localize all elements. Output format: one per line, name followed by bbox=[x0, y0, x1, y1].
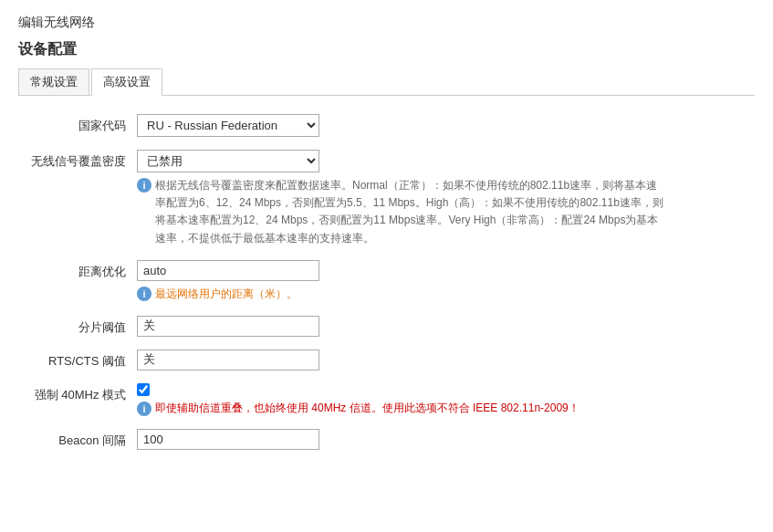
rts-row: RTS/CTS 阈值 bbox=[18, 349, 755, 370]
country-code-row: 国家代码 RU - Russian Federation bbox=[18, 114, 755, 137]
beacon-field bbox=[137, 429, 755, 450]
coverage-hint: i 根据无线信号覆盖密度来配置数据速率。Normal（正常）：如果不使用传统的8… bbox=[137, 177, 666, 247]
country-code-field: RU - Russian Federation bbox=[137, 114, 755, 137]
coverage-hint-text: 根据无线信号覆盖密度来配置数据速率。Normal（正常）：如果不使用传统的802… bbox=[155, 177, 666, 247]
beacon-label: Beacon 间隔 bbox=[18, 429, 137, 449]
settings-form: 国家代码 RU - Russian Federation 无线信号覆盖密度 已禁… bbox=[18, 114, 755, 450]
country-code-label: 国家代码 bbox=[18, 114, 137, 134]
rts-field bbox=[137, 349, 755, 370]
tab-general[interactable]: 常规设置 bbox=[18, 68, 89, 95]
rts-label: RTS/CTS 阈值 bbox=[18, 349, 137, 370]
force40-warning-text: 即使辅助信道重叠，也始终使用 40MHz 信道。使用此选项不符合 IEEE 80… bbox=[155, 401, 580, 416]
force40-warning-icon: i bbox=[137, 402, 151, 416]
distance-label: 距离优化 bbox=[18, 260, 137, 280]
distance-field: i 最远网络用户的距离（米）。 bbox=[137, 260, 755, 303]
force40-row: 强制 40MHz 模式 i 即使辅助信道重叠，也始终使用 40MHz 信道。使用… bbox=[18, 383, 755, 416]
fragmentation-input[interactable] bbox=[137, 316, 319, 337]
page-title: 编辑无线网络 bbox=[18, 15, 755, 31]
force40-warning: i 即使辅助信道重叠，也始终使用 40MHz 信道。使用此选项不符合 IEEE … bbox=[137, 401, 755, 416]
force40-field: i 即使辅助信道重叠，也始终使用 40MHz 信道。使用此选项不符合 IEEE … bbox=[137, 383, 755, 416]
rts-input[interactable] bbox=[137, 349, 319, 370]
force40-checkbox-row bbox=[137, 383, 755, 396]
distance-hint-icon: i bbox=[137, 287, 151, 301]
fragmentation-label: 分片阈值 bbox=[18, 316, 137, 336]
coverage-select[interactable]: 已禁用 Normal High Very High bbox=[137, 150, 319, 172]
coverage-row: 无线信号覆盖密度 已禁用 Normal High Very High i 根据无… bbox=[18, 150, 755, 247]
tab-advanced[interactable]: 高级设置 bbox=[91, 68, 162, 96]
distance-hint: i 最远网络用户的距离（米）。 bbox=[137, 286, 666, 303]
fragmentation-row: 分片阈值 bbox=[18, 316, 755, 337]
tabs-container: 常规设置 高级设置 bbox=[18, 68, 755, 96]
distance-row: 距离优化 i 最远网络用户的距离（米）。 bbox=[18, 260, 755, 303]
force40-checkbox[interactable] bbox=[137, 383, 150, 396]
distance-input[interactable] bbox=[137, 260, 319, 281]
coverage-label: 无线信号覆盖密度 bbox=[18, 150, 137, 170]
section-title: 设备配置 bbox=[18, 40, 755, 59]
beacon-input[interactable] bbox=[137, 429, 319, 450]
coverage-hint-icon: i bbox=[137, 178, 151, 193]
distance-hint-text: 最远网络用户的距离（米）。 bbox=[155, 286, 298, 303]
country-code-select[interactable]: RU - Russian Federation bbox=[137, 114, 319, 137]
coverage-field: 已禁用 Normal High Very High i 根据无线信号覆盖密度来配… bbox=[137, 150, 755, 247]
fragmentation-field bbox=[137, 316, 755, 337]
force40-label: 强制 40MHz 模式 bbox=[18, 383, 137, 403]
beacon-row: Beacon 间隔 bbox=[18, 429, 755, 450]
